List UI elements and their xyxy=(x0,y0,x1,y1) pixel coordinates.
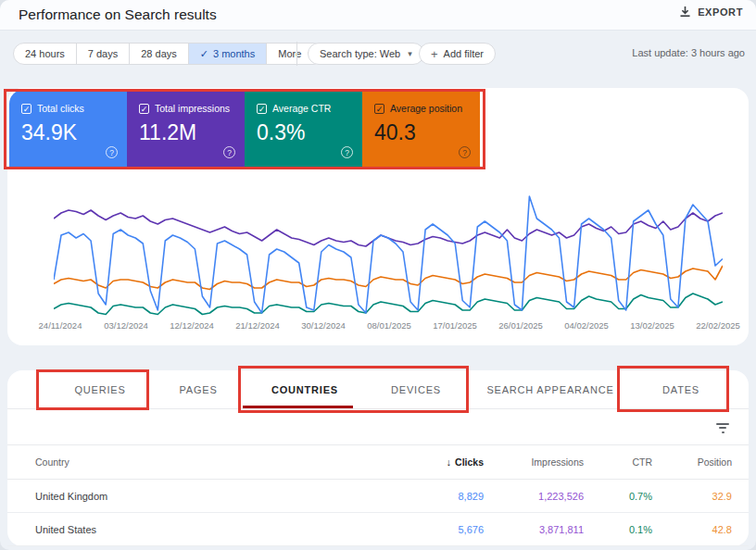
help-icon[interactable]: ? xyxy=(223,146,235,158)
help-icon[interactable]: ? xyxy=(106,146,118,158)
sort-desc-icon: ↓ xyxy=(447,456,451,468)
x-tick: 13/02/2025 xyxy=(630,320,674,331)
divider xyxy=(296,42,297,66)
page-title: Performance on Search results xyxy=(19,6,217,23)
metric-value: 34.9K xyxy=(21,120,127,145)
metric-card-average-ctr[interactable]: ✓ Average CTR 0.3% ? xyxy=(245,90,362,167)
chart-x-axis: 24/11/2024 03/12/2024 12/12/2024 21/12/2… xyxy=(7,320,749,333)
table-toolbar xyxy=(7,410,749,445)
date-range-group: 24 hours 7 days 28 days ✓ 3 months More … xyxy=(13,43,324,65)
checkbox-checked-icon[interactable]: ✓ xyxy=(257,104,267,114)
metric-label: Average position xyxy=(390,103,462,114)
help-icon[interactable]: ? xyxy=(341,146,353,158)
country-cell: United Kingdom xyxy=(35,491,372,502)
export-button[interactable]: EXPORT xyxy=(679,6,743,18)
ctr-line xyxy=(54,294,723,315)
table-row[interactable]: United Kingdom 8,829 1,223,526 0.7% 32.9 xyxy=(7,480,749,513)
x-tick: 24/11/2024 xyxy=(39,320,82,331)
x-tick: 08/01/2025 xyxy=(367,320,411,331)
tab-search-appearance[interactable]: SEARCH APPEARANCE xyxy=(486,370,613,409)
clicks-cell: 5,676 xyxy=(372,524,484,535)
checkbox-checked-icon[interactable]: ✓ xyxy=(139,104,149,114)
table-card: QUERIES PAGES COUNTRIES DEVICES SEARCH A… xyxy=(7,370,749,546)
filter-icon[interactable] xyxy=(715,420,730,433)
tab-dates[interactable]: DATES xyxy=(662,370,699,409)
range-24-hours[interactable]: 24 hours xyxy=(14,44,77,64)
x-tick: 03/12/2024 xyxy=(104,320,148,331)
search-type-dropdown[interactable]: Search type: Web ▾ xyxy=(308,43,424,65)
metric-label: Total clicks xyxy=(37,103,84,114)
plus-icon: + xyxy=(431,47,438,61)
help-icon[interactable]: ? xyxy=(459,146,471,158)
position-cell: 32.9 xyxy=(652,491,732,502)
column-header-position[interactable]: Position xyxy=(652,456,732,468)
metric-value: 40.3 xyxy=(374,120,480,145)
x-tick: 30/12/2024 xyxy=(301,320,346,331)
tab-devices[interactable]: DEVICES xyxy=(391,370,441,409)
metric-cards: ✓ Total clicks 34.9K ? ✓ Total impressio… xyxy=(9,90,480,167)
x-tick: 04/02/2025 xyxy=(564,320,609,331)
x-tick: 12/12/2024 xyxy=(170,320,214,331)
column-header-impressions[interactable]: Impressions xyxy=(484,456,584,468)
table-header-row: Country ↓Clicks Impressions CTR Position xyxy=(7,445,749,480)
dimension-tabs: QUERIES PAGES COUNTRIES DEVICES SEARCH A… xyxy=(7,370,749,409)
x-tick: 17/01/2025 xyxy=(433,320,477,331)
performance-line-chart[interactable] xyxy=(54,182,723,321)
tab-pages[interactable]: PAGES xyxy=(179,370,217,409)
tab-countries[interactable]: COUNTRIES xyxy=(271,370,338,409)
metric-value: 11.2M xyxy=(139,120,245,145)
column-header-country[interactable]: Country xyxy=(35,456,372,468)
impressions-cell: 3,871,811 xyxy=(484,524,584,535)
chevron-down-icon: ▾ xyxy=(408,49,412,58)
export-label: EXPORT xyxy=(698,6,743,18)
metric-card-total-impressions[interactable]: ✓ Total impressions 11.2M ? xyxy=(127,90,245,167)
range-28-days[interactable]: 28 days xyxy=(130,44,189,64)
clicks-line xyxy=(54,196,723,313)
check-icon: ✓ xyxy=(200,48,208,60)
metric-label: Total impressions xyxy=(155,103,230,114)
last-update-text: Last update: 3 hours ago xyxy=(632,47,745,58)
filter-row: 24 hours 7 days 28 days ✓ 3 months More … xyxy=(0,31,756,76)
checkbox-checked-icon[interactable]: ✓ xyxy=(21,104,32,114)
metric-value: 0.3% xyxy=(257,120,362,145)
range-3-months[interactable]: ✓ 3 months xyxy=(189,44,267,64)
x-tick: 26/01/2025 xyxy=(498,320,543,331)
x-tick: 21/12/2024 xyxy=(235,320,280,331)
checkbox-checked-icon[interactable]: ✓ xyxy=(374,104,384,114)
table-row[interactable]: United States 5,676 3,871,811 0.1% 42.8 xyxy=(7,513,749,546)
column-header-clicks[interactable]: ↓Clicks xyxy=(372,456,484,468)
x-tick: 22/02/2025 xyxy=(696,320,740,331)
metric-card-average-position[interactable]: ✓ Average position 40.3 ? xyxy=(362,90,480,167)
active-tab-indicator xyxy=(243,406,353,408)
impressions-cell: 1,223,526 xyxy=(484,491,584,502)
metric-card-total-clicks[interactable]: ✓ Total clicks 34.9K ? xyxy=(9,90,127,167)
metric-label: Average CTR xyxy=(272,103,331,114)
add-filter-button[interactable]: + Add filter xyxy=(419,43,496,65)
tab-queries[interactable]: QUERIES xyxy=(74,370,125,409)
country-cell: United States xyxy=(35,524,372,535)
position-line xyxy=(54,266,723,290)
impressions-line xyxy=(54,210,723,246)
position-cell: 42.8 xyxy=(652,524,732,535)
ctr-cell: 0.1% xyxy=(584,524,652,535)
chart-card: ✓ Total clicks 34.9K ? ✓ Total impressio… xyxy=(7,88,749,345)
search-console-performance-page: Performance on Search results EXPORT 24 … xyxy=(0,0,756,550)
column-header-ctr[interactable]: CTR xyxy=(584,456,652,468)
download-icon xyxy=(679,6,691,18)
top-bar: Performance on Search results EXPORT xyxy=(0,0,756,31)
ctr-cell: 0.7% xyxy=(584,491,652,502)
range-7-days[interactable]: 7 days xyxy=(77,44,130,64)
clicks-cell: 8,829 xyxy=(372,491,484,502)
